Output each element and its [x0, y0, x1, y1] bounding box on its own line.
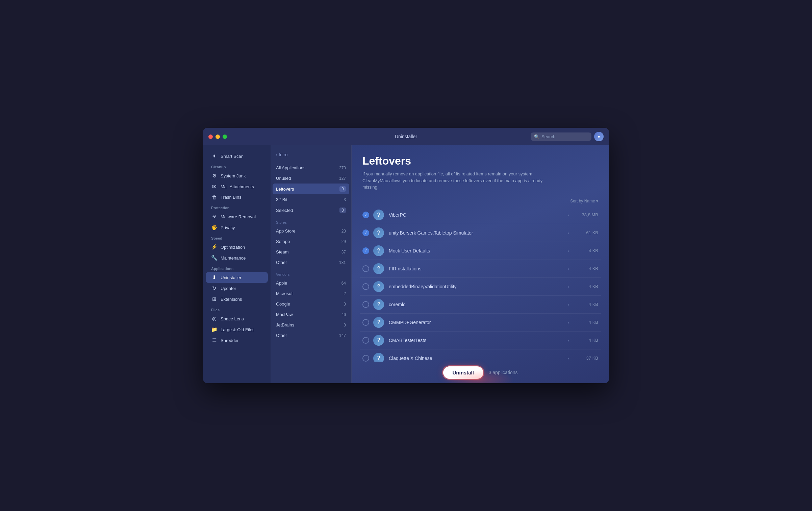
minimize-button[interactable]	[215, 135, 220, 139]
app-checkbox[interactable]	[362, 229, 369, 236]
app-size: 4 KB	[575, 320, 598, 325]
sidebar-item-updater[interactable]: ↻ Updater	[206, 283, 268, 294]
vendor-count: 8	[344, 323, 346, 327]
app-icon: ?	[373, 335, 384, 346]
sidebar-item-system-junk[interactable]: ⚙ System Junk	[206, 170, 268, 181]
vendors-section-label: Vendors	[271, 268, 351, 278]
app-chevron-icon: ›	[567, 248, 569, 253]
app-checkbox[interactable]	[362, 319, 369, 326]
app-chevron-icon: ›	[567, 266, 569, 271]
app-size: 38,8 MB	[575, 212, 598, 217]
store-setapp[interactable]: Setapp 29	[271, 236, 351, 247]
app-name: embeddedBinaryValidationUtility	[389, 284, 567, 289]
app-icon: ?	[373, 227, 384, 238]
close-button[interactable]	[208, 135, 213, 139]
app-checkbox[interactable]	[362, 337, 369, 344]
large-files-icon: 📁	[211, 326, 217, 333]
app-size: 4 KB	[575, 338, 598, 343]
store-count: 37	[341, 250, 346, 254]
vendor-google[interactable]: Google 3	[271, 299, 351, 309]
store-label: Steam	[276, 249, 289, 254]
avatar-button[interactable]: ●	[594, 132, 604, 141]
sidebar-label: Shredder	[221, 338, 238, 343]
app-list: ? ViberPC › 38,8 MB ? unity.Berserk Game…	[360, 206, 601, 362]
app-checkbox[interactable]	[362, 212, 369, 218]
back-button[interactable]: ‹ Intro	[271, 149, 351, 163]
app-chevron-icon: ›	[567, 338, 569, 343]
app-row[interactable]: ? CMMPDFGenerator › 4 KB	[360, 314, 601, 332]
sidebar-item-smart-scan[interactable]: ✦ Smart Scan	[206, 151, 268, 162]
vendor-count: 64	[341, 281, 346, 286]
bottom-bar: Uninstall 3 applications	[362, 362, 598, 383]
app-checkbox[interactable]	[362, 283, 369, 290]
vendor-label: MacPaw	[276, 312, 293, 317]
sidebar-item-maintenance[interactable]: 🔧 Maintenance	[206, 252, 268, 263]
app-row[interactable]: ? embeddedBinaryValidationUtility › 4 KB	[360, 278, 601, 296]
app-size: 4 KB	[575, 284, 598, 289]
app-checkbox[interactable]	[362, 265, 369, 272]
search-placeholder: Search	[541, 134, 555, 139]
app-row[interactable]: ? coremlc › 4 KB	[360, 296, 601, 314]
32bit-item[interactable]: 32-Bit 3	[271, 194, 351, 205]
search-box[interactable]: 🔍 Search	[531, 132, 591, 141]
app-row[interactable]: ? ViberPC › 38,8 MB	[360, 206, 601, 224]
main-header: Leftovers If you manually remove an appl…	[362, 155, 598, 191]
vendor-jetbrains[interactable]: JetBrains 8	[271, 320, 351, 330]
sidebar-item-optimization[interactable]: ⚡ Optimization	[206, 242, 268, 252]
leftovers-item[interactable]: Leftovers 9	[273, 184, 349, 194]
app-row[interactable]: ? FIRInstallations › 4 KB	[360, 260, 601, 278]
sidebar-item-shredder[interactable]: ☰ Shredder	[206, 335, 268, 346]
sidebar-label: Extensions	[221, 297, 242, 302]
vendor-other[interactable]: Other 147	[271, 330, 351, 341]
vendor-count: 147	[339, 333, 346, 338]
sidebar-item-trash-bins[interactable]: 🗑 Trash Bins	[206, 192, 268, 202]
32bit-count: 3	[344, 197, 346, 202]
back-icon: ‹	[276, 152, 277, 157]
sidebar-label: Large & Old Files	[221, 327, 254, 332]
sidebar-item-large-old-files[interactable]: 📁 Large & Old Files	[206, 324, 268, 335]
back-label: Intro	[279, 152, 287, 157]
sort-button[interactable]: Sort by Name ▾	[570, 199, 598, 203]
app-icon: ?	[373, 263, 384, 274]
sidebar-item-mail-attachments[interactable]: ✉ Mail Attachments	[206, 181, 268, 192]
app-row[interactable]: ? Claquette X Chinese › 37 KB	[360, 349, 601, 362]
app-checkbox[interactable]	[362, 355, 369, 362]
app-row[interactable]: ? Mock User Defaults › 4 KB	[360, 242, 601, 260]
sidebar-item-malware-removal[interactable]: ☣ Malware Removal	[206, 211, 268, 222]
sidebar-item-extensions[interactable]: ⊞ Extensions	[206, 294, 268, 305]
unused-item[interactable]: Unused 127	[271, 173, 351, 184]
app-checkbox[interactable]	[362, 247, 369, 254]
selected-item[interactable]: Selected 3	[271, 205, 351, 216]
store-label: Other	[276, 260, 287, 265]
store-app-store[interactable]: App Store 23	[271, 226, 351, 236]
app-name: coremlc	[389, 302, 567, 307]
vendor-apple[interactable]: Apple 64	[271, 278, 351, 288]
page-description: If you manually remove an application fi…	[362, 171, 558, 191]
app-checkbox[interactable]	[362, 301, 369, 308]
maintenance-icon: 🔧	[211, 255, 217, 261]
vendor-count: 3	[344, 302, 346, 307]
unused-count: 127	[339, 176, 346, 181]
sidebar-item-space-lens[interactable]: ◎ Space Lens	[206, 313, 268, 324]
maximize-button[interactable]	[223, 135, 227, 139]
sidebar-label: Uninstaller	[221, 275, 241, 280]
uninstall-button[interactable]: Uninstall	[443, 366, 483, 379]
space-lens-icon: ◎	[211, 316, 217, 322]
app-row[interactable]: ? unity.Berserk Games.Tabletop Simulator…	[360, 224, 601, 242]
all-applications-item[interactable]: All Applications 270	[271, 163, 351, 173]
extensions-icon: ⊞	[211, 296, 217, 302]
store-other[interactable]: Other 181	[271, 257, 351, 268]
32bit-label: 32-Bit	[276, 197, 287, 202]
store-count: 23	[341, 229, 346, 234]
page-title: Leftovers	[362, 155, 598, 167]
vendor-microsoft[interactable]: Microsoft 2	[271, 288, 351, 299]
app-icon: ?	[373, 317, 384, 328]
malware-icon: ☣	[211, 214, 217, 220]
vendor-macpaw[interactable]: MacPaw 46	[271, 309, 351, 320]
titlebar: Uninstaller 🔍 Search ●	[203, 128, 609, 145]
app-row[interactable]: ? CMABTesterTests › 4 KB	[360, 332, 601, 349]
sidebar-item-uninstaller[interactable]: ⬇ Uninstaller	[206, 272, 268, 283]
sidebar-item-privacy[interactable]: 🖐 Privacy	[206, 222, 268, 233]
store-steam[interactable]: Steam 37	[271, 247, 351, 257]
app-size: 37 KB	[575, 356, 598, 361]
